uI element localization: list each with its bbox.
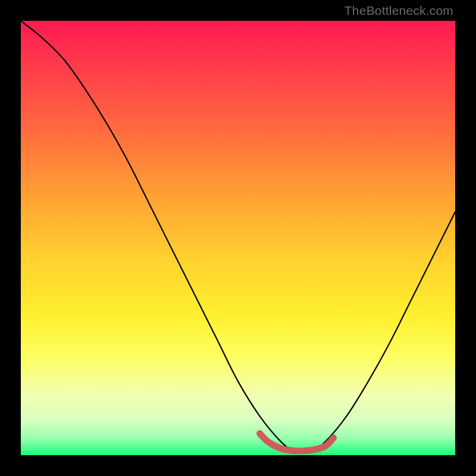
curve-svg	[21, 21, 455, 455]
chart-frame: TheBottleneck.com	[0, 0, 476, 476]
plot-area	[21, 21, 455, 455]
optimal-region-marker	[260, 434, 334, 452]
watermark-text: TheBottleneck.com	[345, 4, 453, 18]
bottleneck-curve-line	[21, 21, 455, 452]
